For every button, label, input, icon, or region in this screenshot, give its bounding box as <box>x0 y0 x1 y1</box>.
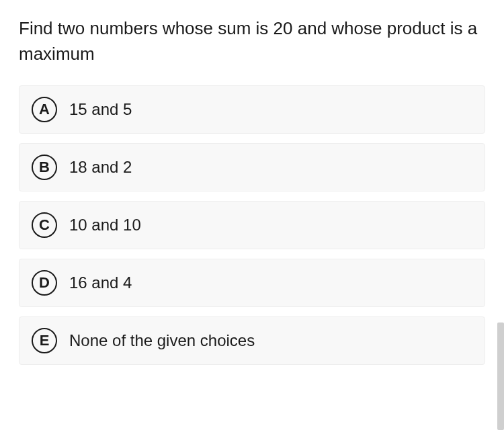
option-c[interactable]: C 10 and 10 <box>19 201 485 249</box>
option-letter-circle: C <box>32 212 57 238</box>
option-text: None of the given choices <box>69 331 255 350</box>
option-text: 18 and 2 <box>69 158 132 177</box>
option-e[interactable]: E None of the given choices <box>19 316 485 365</box>
option-letter-circle: E <box>32 328 57 353</box>
option-letter-circle: D <box>32 270 57 296</box>
option-text: 16 and 4 <box>69 273 132 292</box>
option-letter-circle: A <box>32 97 57 122</box>
question-text: Find two numbers whose sum is 20 and who… <box>19 16 485 67</box>
option-d[interactable]: D 16 and 4 <box>19 259 485 307</box>
option-letter-circle: B <box>32 155 57 180</box>
option-b[interactable]: B 18 and 2 <box>19 143 485 191</box>
option-text: 15 and 5 <box>69 100 132 119</box>
option-a[interactable]: A 15 and 5 <box>19 85 485 134</box>
option-text: 10 and 10 <box>69 216 141 234</box>
scrollbar-thumb[interactable] <box>497 322 504 430</box>
options-container: A 15 and 5 B 18 and 2 C 10 and 10 D 16 a… <box>19 85 485 365</box>
